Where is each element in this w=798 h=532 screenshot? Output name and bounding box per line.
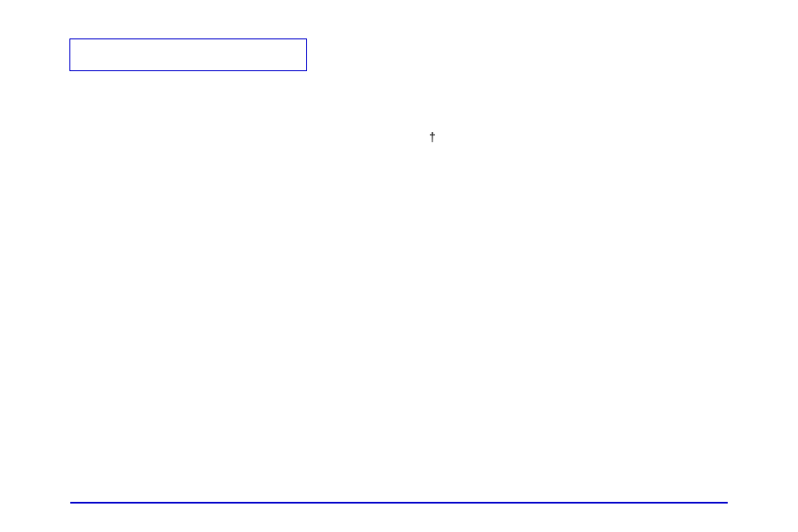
dagger-symbol: † xyxy=(429,131,436,143)
notice-box xyxy=(69,38,307,71)
footer-rule xyxy=(70,502,728,504)
document-page: † xyxy=(0,0,798,532)
